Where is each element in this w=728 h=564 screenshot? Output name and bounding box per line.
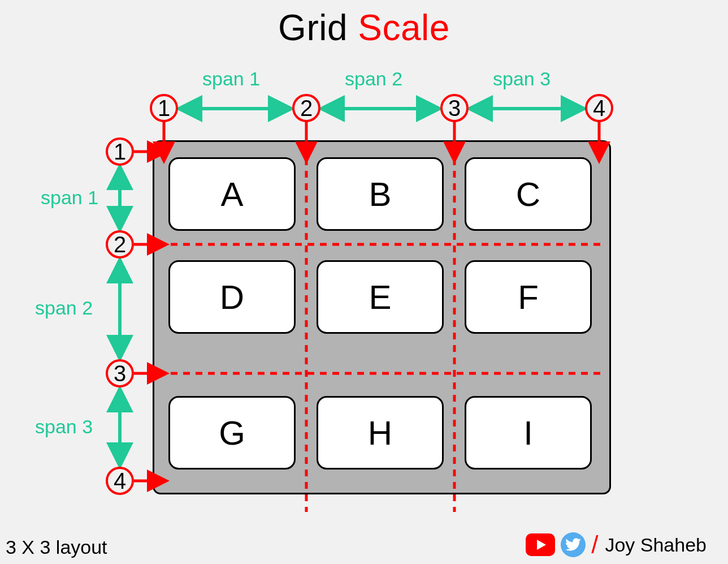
- cell-I: I: [465, 396, 592, 470]
- cell-C: C: [465, 157, 592, 231]
- cell-label: G: [219, 414, 245, 453]
- row-span-1: span 1: [41, 187, 98, 209]
- num-label: 3: [448, 97, 461, 119]
- row-line-4: 4: [106, 467, 134, 495]
- cell-label: I: [523, 414, 533, 453]
- cell-E: E: [317, 260, 444, 334]
- col-line-4: 4: [585, 94, 613, 122]
- diagram-stage: Grid Scale A B C D E F G H I: [0, 0, 728, 564]
- cell-label: C: [516, 175, 540, 214]
- twitter-icon: [561, 532, 586, 557]
- cell-H: H: [317, 396, 444, 470]
- row-line-3: 3: [106, 359, 134, 388]
- title-part-2: Scale: [358, 7, 450, 48]
- cell-A: A: [168, 157, 296, 231]
- num-label: 4: [114, 470, 126, 492]
- num-label: 1: [114, 140, 126, 163]
- cell-B: B: [317, 157, 444, 231]
- layout-caption: 3 X 3 layout: [6, 536, 107, 558]
- title-part-1: Grid: [278, 7, 358, 48]
- cell-label: B: [369, 175, 391, 214]
- slash: /: [591, 532, 598, 557]
- col-line-1: 1: [150, 94, 178, 122]
- page-title: Grid Scale: [0, 7, 728, 49]
- cell-label: A: [220, 175, 243, 214]
- cell-G: G: [168, 396, 296, 470]
- col-line-3: 3: [440, 94, 469, 122]
- row-line-1: 1: [106, 137, 134, 166]
- youtube-icon: [526, 533, 555, 556]
- row-line-2: 2: [106, 230, 134, 259]
- col-span-2: span 2: [345, 68, 402, 90]
- num-label: 3: [114, 362, 126, 385]
- col-span-3: span 3: [493, 68, 551, 90]
- cell-label: D: [220, 278, 244, 317]
- num-label: 1: [158, 97, 170, 119]
- row-span-3: span 3: [35, 416, 93, 438]
- col-line-2: 2: [292, 94, 320, 122]
- author-name: Joy Shaheb: [605, 534, 707, 556]
- cell-label: E: [369, 278, 391, 317]
- cell-label: H: [368, 414, 392, 453]
- author-credit: / Joy Shaheb: [526, 532, 707, 557]
- col-span-1: span 1: [202, 68, 260, 90]
- num-label: 4: [593, 97, 605, 119]
- row-span-2: span 2: [35, 297, 93, 319]
- num-label: 2: [114, 233, 126, 256]
- num-label: 2: [300, 97, 313, 119]
- cell-D: D: [168, 260, 296, 334]
- cell-F: F: [465, 260, 592, 334]
- cell-label: F: [518, 278, 539, 317]
